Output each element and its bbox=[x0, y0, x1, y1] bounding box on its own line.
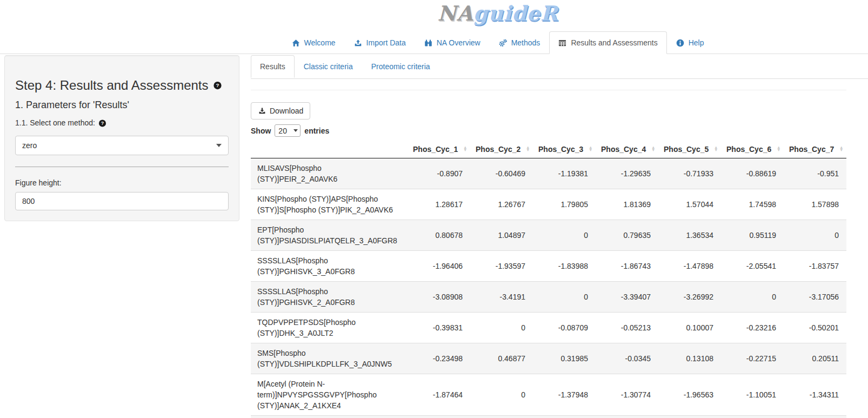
cell-value: 0 bbox=[533, 220, 596, 251]
nav-tab-link-na-overview[interactable]: NA Overview bbox=[415, 31, 490, 54]
upload-icon bbox=[354, 39, 362, 47]
table-row: SMS[Phospho (STY)]VDLSHIPLKDPLLFK_3_A0JN… bbox=[251, 343, 846, 374]
cell-value: 1.36534 bbox=[658, 220, 721, 251]
info-circle-icon bbox=[676, 39, 684, 47]
cell-value: -1.93597 bbox=[470, 251, 533, 282]
parameters-subtitle: 1. Parameters for 'Results' bbox=[15, 99, 229, 111]
column-header-phos-cyc-5[interactable]: Phos_Cyc_5▴▾ bbox=[658, 140, 721, 158]
cell-value: 0.20511 bbox=[784, 343, 846, 374]
app-logo: NAguideR bbox=[437, 1, 558, 25]
cell-value: -3.39407 bbox=[596, 282, 658, 313]
row-name: EPT[Phospho (STY)]PSIASDISLPIATQELR_3_A0… bbox=[251, 220, 408, 251]
cell-value: -0.88619 bbox=[721, 158, 784, 189]
tab-link-results[interactable]: Results bbox=[251, 55, 295, 78]
column-header-phos-cyc-4[interactable]: Phos_Cyc_4▴▾ bbox=[596, 140, 658, 158]
nav-tab-results-and-assessments[interactable]: Results and Assessments bbox=[549, 31, 666, 54]
figure-height-label: Figure height: bbox=[15, 178, 229, 187]
nav-tab-link-welcome[interactable]: Welcome bbox=[283, 31, 345, 54]
tab-results[interactable]: Results bbox=[251, 55, 295, 78]
table-row: MLISAVS[Phospho (STY)]PEIR_2_A0AVK6-0.89… bbox=[251, 158, 846, 189]
nav-tab-label: NA Overview bbox=[437, 38, 480, 47]
cell-value: 0.31985 bbox=[533, 343, 596, 374]
page-length-value: 20 bbox=[278, 127, 287, 135]
tab-proteomic-criteria[interactable]: Proteomic criteria bbox=[362, 55, 439, 78]
nav-tab-link-help[interactable]: Help bbox=[667, 31, 713, 54]
cell-value: -3.4191 bbox=[470, 282, 533, 313]
download-button[interactable]: Download bbox=[251, 102, 310, 120]
sort-icon: ▴▾ bbox=[464, 146, 466, 152]
column-header-rownames[interactable] bbox=[251, 140, 408, 158]
sort-icon: ▴▾ bbox=[652, 146, 655, 152]
nav-tab-import-data[interactable]: Import Data bbox=[345, 31, 415, 54]
table-row: TQDPVPPETPSDS[Phospho (STY)]DHK_3_A0JLT2… bbox=[251, 313, 846, 343]
svg-text:?: ? bbox=[101, 120, 104, 125]
method-select[interactable]: zero bbox=[15, 136, 229, 155]
nav-tab-help[interactable]: Help bbox=[667, 31, 713, 54]
nav-tab-link-import-data[interactable]: Import Data bbox=[345, 31, 415, 54]
table-row: EPT[Phospho (STY)]PSIASDISLPIATQELR_3_A0… bbox=[251, 220, 846, 251]
download-icon bbox=[258, 107, 266, 115]
cell-value: 0 bbox=[721, 282, 784, 313]
tab-label: Classic criteria bbox=[304, 62, 353, 71]
cell-value: -1.37948 bbox=[533, 374, 596, 416]
row-name: KINS[Phospho (STY)]APS[Phospho (STY)]S[P… bbox=[251, 189, 408, 220]
download-button-label: Download bbox=[270, 106, 303, 116]
cell-value: -0.23498 bbox=[408, 343, 470, 374]
cell-value: 0.13108 bbox=[658, 343, 721, 374]
nav-tab-link-methods[interactable]: Methods bbox=[490, 31, 550, 54]
cell-value: 0.10007 bbox=[658, 313, 721, 343]
nav-tab-welcome[interactable]: Welcome bbox=[283, 31, 345, 54]
method-help-icon[interactable]: ? bbox=[98, 119, 106, 127]
row-name: M[Acetyl (Protein N-term)]NPVYSPGSSGVPY[… bbox=[251, 374, 408, 416]
cell-value: -0.22715 bbox=[721, 343, 784, 374]
cell-value: 1.04897 bbox=[470, 220, 533, 251]
cell-value: -0.0345 bbox=[596, 343, 658, 374]
table-icon bbox=[558, 39, 566, 47]
column-header-phos-cyc-6[interactable]: Phos_Cyc_6▴▾ bbox=[721, 140, 784, 158]
cell-value: 0.46877 bbox=[470, 343, 533, 374]
sort-icon: ▴▾ bbox=[715, 146, 717, 152]
cell-value: -0.951 bbox=[784, 158, 846, 189]
figure-height-input[interactable] bbox=[15, 192, 229, 210]
cell-value: -1.30774 bbox=[596, 374, 658, 416]
cell-value: 0 bbox=[470, 313, 533, 343]
cell-value: 1.57044 bbox=[658, 189, 721, 220]
cell-value: -1.83988 bbox=[533, 251, 596, 282]
column-header-label: Phos_Cyc_4 bbox=[601, 145, 646, 154]
question-circle-icon: ? bbox=[98, 119, 106, 127]
nav-tab-label: Help bbox=[689, 38, 704, 47]
cell-value: 1.79805 bbox=[533, 189, 596, 220]
column-header-phos-cyc-2[interactable]: Phos_Cyc_2▴▾ bbox=[470, 140, 533, 158]
nav-tab-label: Methods bbox=[511, 38, 540, 47]
column-header-phos-cyc-1[interactable]: Phos_Cyc_1▴▾ bbox=[408, 140, 470, 158]
column-header-phos-cyc-7[interactable]: Phos_Cyc_7▴▾ bbox=[784, 140, 846, 158]
nav-tab-label: Results and Assessments bbox=[571, 38, 657, 47]
column-header-label: Phos_Cyc_7 bbox=[789, 145, 834, 154]
cell-value: -1.19381 bbox=[533, 158, 596, 189]
step-help-icon[interactable]: ? bbox=[213, 82, 222, 90]
results-subtabs: ResultsClassic criteriaProteomic criteri… bbox=[251, 54, 868, 79]
column-header-phos-cyc-3[interactable]: Phos_Cyc_3▴▾ bbox=[533, 140, 596, 158]
tab-link-classic-criteria[interactable]: Classic criteria bbox=[295, 55, 362, 78]
cell-value: 0.79635 bbox=[596, 220, 658, 251]
row-name: MLISAVS[Phospho (STY)]PEIR_2_A0AVK6 bbox=[251, 158, 408, 189]
method-label-row: 1.1. Select one method: ? bbox=[15, 118, 229, 127]
tab-link-proteomic-criteria[interactable]: Proteomic criteria bbox=[362, 55, 439, 78]
tab-classic-criteria[interactable]: Classic criteria bbox=[295, 55, 362, 78]
cell-value: -0.39831 bbox=[408, 313, 470, 343]
cell-value: -1.87464 bbox=[408, 374, 470, 416]
nav-tab-methods[interactable]: Methods bbox=[490, 31, 550, 54]
cell-value: -0.8907 bbox=[408, 158, 470, 189]
parameters-panel: Step 4: Results and Assessments ? 1. Par… bbox=[4, 55, 239, 221]
chevron-down-icon bbox=[216, 144, 222, 147]
download-icon bbox=[258, 107, 266, 115]
nav-tab-link-results-and-assessments[interactable]: Results and Assessments bbox=[549, 31, 666, 54]
row-name: SMS[Phospho (STY)]VDLSHIPLKDPLLFK_3_A0JN… bbox=[251, 343, 408, 374]
method-select-value: zero bbox=[22, 141, 37, 150]
page-length-select[interactable]: 20 bbox=[275, 124, 301, 137]
sidebar: Step 4: Results and Assessments ? 1. Par… bbox=[0, 54, 251, 221]
cell-value: -1.83757 bbox=[784, 251, 846, 282]
row-name: SSSSLLAS[Phospho (STY)]PGHISVK_3_A0FGR8 bbox=[251, 251, 408, 282]
row-name: TQDPVPPETPSDS[Phospho (STY)]DHK_3_A0JLT2 bbox=[251, 313, 408, 343]
nav-tab-na-overview[interactable]: NA Overview bbox=[415, 31, 490, 54]
